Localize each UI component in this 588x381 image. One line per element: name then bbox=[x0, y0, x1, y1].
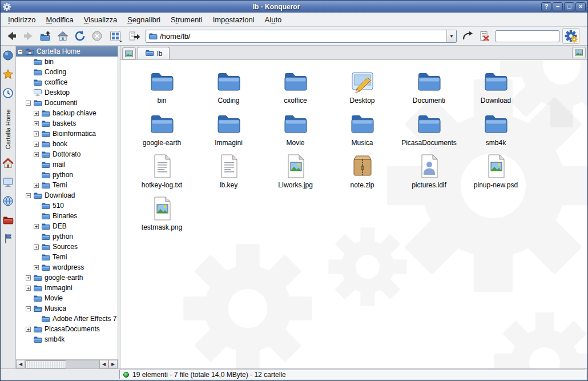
clear-button[interactable] bbox=[477, 28, 493, 44]
preview-corner-button[interactable] bbox=[572, 47, 586, 58]
file-cxoffice[interactable]: cxoffice bbox=[264, 68, 328, 110]
file-bin[interactable]: bin bbox=[130, 68, 194, 110]
new-tab-button[interactable] bbox=[122, 47, 136, 59]
expander-icon[interactable]: − bbox=[26, 193, 31, 198]
help-button[interactable]: ? bbox=[541, 2, 551, 11]
tree-item-bioinformatica-8[interactable]: +Bioinformatica bbox=[16, 129, 118, 139]
tree-item-dottorato-10[interactable]: +Dottorato bbox=[16, 149, 118, 159]
tree-item-coding-2[interactable]: Coding bbox=[16, 67, 118, 77]
expander-icon[interactable]: − bbox=[26, 306, 31, 311]
tree-item-510-15[interactable]: 510 bbox=[16, 200, 118, 211]
menu-segnalibri[interactable]: Segnalibri bbox=[122, 14, 166, 26]
up-button[interactable] bbox=[38, 28, 54, 44]
tree-item-documenti-5[interactable]: −Documenti bbox=[16, 98, 118, 108]
tree-item-book-9[interactable]: +book bbox=[16, 139, 118, 149]
root-folder-button[interactable] bbox=[2, 215, 14, 227]
tree-item-temi-13[interactable]: +Temi bbox=[16, 180, 118, 190]
file-testmask-png[interactable]: testmask.png bbox=[130, 195, 194, 237]
tree-item-immagini-23[interactable]: +Immagini bbox=[16, 283, 118, 293]
tree-item-cxoffice-3[interactable]: cxoffice bbox=[16, 77, 118, 87]
menu-aiuto[interactable]: Aiuto bbox=[260, 14, 287, 26]
file-coding[interactable]: Coding bbox=[197, 68, 261, 110]
search-input[interactable] bbox=[496, 30, 559, 42]
menu-strumenti[interactable]: Strumenti bbox=[166, 14, 208, 26]
expander-icon[interactable]: + bbox=[34, 224, 39, 229]
scroll-right-button[interactable]: ▶ bbox=[108, 360, 118, 368]
file-google-earth[interactable]: google-earth bbox=[130, 110, 194, 153]
file-picasadocuments[interactable]: PicasaDocuments bbox=[397, 110, 461, 153]
tree-item-sources-19[interactable]: +Sources bbox=[16, 242, 118, 252]
go-button[interactable] bbox=[460, 28, 476, 44]
file-hotkey-log-txt[interactable]: hotkey-log.txt bbox=[130, 153, 194, 195]
tree-item-deb-17[interactable]: +DEB bbox=[16, 221, 118, 231]
location-bar[interactable]: ▼ bbox=[146, 30, 457, 43]
file-documenti[interactable]: Documenti bbox=[397, 68, 461, 110]
scroll-thumb[interactable] bbox=[25, 360, 66, 368]
tree-item-download-14[interactable]: −Download bbox=[16, 190, 118, 200]
tree-item-temi-20[interactable]: Temi bbox=[16, 252, 118, 262]
file-smb4k[interactable]: smb4k bbox=[464, 110, 528, 153]
file-download[interactable]: Download bbox=[464, 68, 528, 110]
scroll-track[interactable] bbox=[25, 360, 99, 368]
tree-item-smb4k-28[interactable]: smb4k bbox=[16, 334, 118, 344]
scroll-left-button-2[interactable]: ◀ bbox=[99, 360, 108, 368]
tree-item-backup-chiave-6[interactable]: +backup chiave bbox=[16, 108, 118, 118]
maximize-button[interactable]: □ bbox=[564, 2, 574, 11]
menu-indirizzo[interactable]: Indirizzo bbox=[3, 14, 41, 26]
media-player-button[interactable] bbox=[2, 50, 14, 62]
file-desktop[interactable]: Desktop bbox=[331, 68, 394, 110]
expander-icon[interactable]: + bbox=[34, 265, 39, 270]
expander-icon[interactable]: + bbox=[34, 131, 39, 137]
tree-item-python-18[interactable]: python bbox=[16, 231, 118, 242]
scroll-left-button[interactable]: ◀ bbox=[16, 360, 25, 368]
expander-icon[interactable]: + bbox=[34, 183, 39, 188]
network-button[interactable] bbox=[2, 196, 14, 208]
bookmarks-button[interactable] bbox=[2, 69, 14, 81]
expander-icon[interactable]: − bbox=[18, 49, 23, 54]
location-input[interactable] bbox=[160, 31, 446, 42]
expander-icon[interactable]: + bbox=[26, 286, 31, 291]
titlebar[interactable]: lb - Konqueror ?–□× bbox=[1, 1, 587, 13]
icon-view-button[interactable] bbox=[106, 28, 126, 44]
sidebar-hscrollbar[interactable]: ◀ ◀ ▶ bbox=[16, 359, 118, 368]
tree-item-python-12[interactable]: python bbox=[16, 170, 118, 180]
tree-item-wordpress-21[interactable]: +wordpress bbox=[16, 262, 118, 272]
file-lb-key[interactable]: lb.key bbox=[197, 153, 261, 195]
menu-modifica[interactable]: Modifica bbox=[41, 14, 78, 26]
tree-item-desktop-4[interactable]: Desktop bbox=[16, 87, 118, 98]
tree-item-picasadocuments-27[interactable]: +PicasaDocuments bbox=[16, 324, 118, 334]
expander-icon[interactable]: − bbox=[26, 101, 31, 106]
expander-icon[interactable]: + bbox=[26, 275, 31, 280]
file-musica[interactable]: Musica bbox=[331, 110, 394, 153]
expander-icon[interactable]: + bbox=[34, 111, 39, 116]
close-button[interactable]: × bbox=[575, 2, 586, 11]
file-immagini[interactable]: Immagini bbox=[197, 110, 261, 153]
home-button[interactable] bbox=[2, 158, 14, 170]
home-button[interactable] bbox=[55, 28, 71, 44]
back-button[interactable] bbox=[3, 28, 19, 44]
reload-button[interactable] bbox=[72, 28, 88, 44]
tree-item-baskets-7[interactable]: +baskets bbox=[16, 118, 118, 129]
tree-item-mail-11[interactable]: mail bbox=[16, 159, 118, 170]
expander-icon[interactable]: + bbox=[34, 121, 39, 126]
tree-item-adobe-after-effects-7-26[interactable]: Adobe After Effects 7 bbox=[16, 314, 118, 324]
file-note-zip[interactable]: note.zip bbox=[331, 153, 394, 195]
history-button[interactable] bbox=[2, 88, 14, 100]
tree-item-movie-24[interactable]: Movie bbox=[16, 293, 118, 303]
file-pictures-ldif[interactable]: pictures.ldif bbox=[397, 153, 461, 195]
minimize-button[interactable]: – bbox=[553, 2, 563, 11]
expander-icon[interactable]: + bbox=[34, 142, 39, 147]
file-movie[interactable]: Movie bbox=[264, 110, 328, 153]
tab-lb[interactable]: lb bbox=[138, 47, 170, 59]
services-button[interactable] bbox=[2, 234, 14, 246]
stop-button[interactable] bbox=[89, 28, 105, 44]
expander-icon[interactable]: + bbox=[34, 152, 39, 157]
tree-item-musica-25[interactable]: −Musica bbox=[16, 303, 118, 314]
system-button[interactable] bbox=[2, 177, 14, 189]
file-view[interactable]: binCodingcxofficeDesktopDocumentiDownloa… bbox=[120, 60, 587, 368]
tree-item-google-earth-22[interactable]: +google-earth bbox=[16, 272, 118, 283]
file-pinup-new-psd[interactable]: pinup-new.psd bbox=[464, 153, 528, 195]
menu-visualizza[interactable]: Visualizza bbox=[79, 14, 122, 26]
sidebar-tab-label[interactable]: Cartella Home bbox=[5, 109, 11, 149]
expander-icon[interactable]: + bbox=[34, 244, 39, 250]
